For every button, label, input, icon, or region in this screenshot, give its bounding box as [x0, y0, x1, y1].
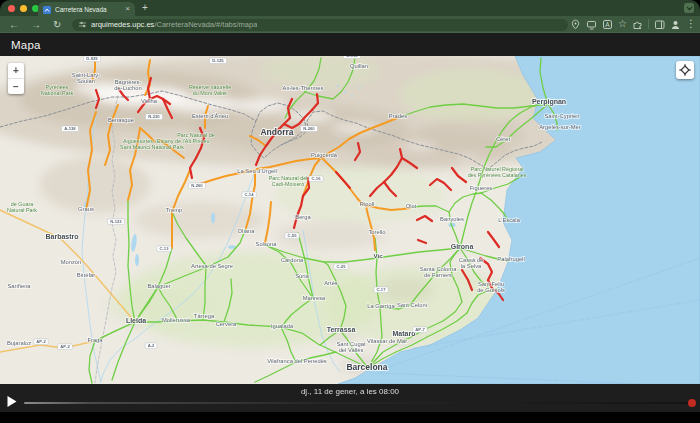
svg-text:Artesa de Segre: Artesa de Segre	[191, 263, 233, 269]
bookmark-star-icon[interactable]: ☆	[618, 19, 627, 29]
timeline-slider-thumb[interactable]	[688, 399, 696, 407]
svg-text:Parc Natural delCadí-Moixeró: Parc Natural delCadí-Moixeró	[269, 175, 308, 187]
svg-text:Sant Cugatdel Vallès: Sant Cugatdel Vallès	[336, 341, 365, 353]
svg-text:Réserve naturelledu Mont Valie: Réserve naturelledu Mont Valier	[189, 84, 231, 96]
browser-toolbar: ← → ↻ arquimedes.upc.es/CarreteraNevada/…	[0, 16, 700, 33]
svg-text:Manresa: Manresa	[303, 295, 326, 301]
svg-text:Ripoll: Ripoll	[360, 201, 375, 207]
svg-text:C-25: C-25	[336, 264, 346, 269]
locate-me-button[interactable]	[676, 61, 694, 79]
play-icon	[8, 396, 17, 407]
svg-text:A-2: A-2	[148, 343, 155, 348]
svg-text:L'Escala: L'Escala	[498, 217, 521, 223]
svg-text:Oliana: Oliana	[238, 228, 256, 234]
back-button[interactable]: ←	[9, 19, 19, 30]
svg-text:Vielha: Vielha	[141, 98, 158, 104]
svg-text:N-123: N-123	[110, 219, 122, 224]
timeline-bar: dj., 11 de gener, a les 08:00	[0, 384, 700, 412]
svg-text:A-138: A-138	[64, 126, 76, 131]
svg-text:Bujaraloz: Bujaraloz	[7, 340, 31, 346]
site-settings-icon[interactable]	[78, 20, 87, 29]
svg-text:Fraga: Fraga	[87, 337, 103, 343]
svg-text:Quillan: Quillan	[350, 63, 368, 69]
send-to-device-icon[interactable]	[586, 19, 597, 30]
svg-text:Figueres: Figueres	[470, 185, 493, 191]
forward-button[interactable]: →	[31, 19, 41, 30]
svg-text:Parc Naturel Régionaldes Pyrén: Parc Naturel Régionaldes Pyrénées Catala…	[468, 166, 527, 178]
zoom-out-button[interactable]: −	[8, 78, 24, 94]
app-header: Mapa	[0, 33, 700, 56]
play-button[interactable]	[7, 396, 18, 407]
svg-text:Cardona: Cardona	[281, 257, 304, 263]
svg-text:Puigcerdà: Puigcerdà	[311, 152, 338, 158]
extensions-puzzle-icon[interactable]	[632, 19, 643, 30]
svg-text:N-260: N-260	[303, 126, 315, 131]
svg-text:Bagnères-de-Luchon: Bagnères-de-Luchon	[114, 79, 141, 91]
svg-text:Saint-Cyprien: Saint-Cyprien	[544, 113, 579, 119]
svg-text:Argelès-sur-Mer: Argelès-sur-Mer	[539, 124, 581, 130]
timeline-current-time: dj., 11 de gener, a les 08:00	[0, 387, 700, 396]
toolbar-actions: A ☆ ⋮	[570, 16, 696, 32]
translate-icon[interactable]: A	[602, 19, 613, 30]
svg-text:Graus: Graus	[78, 206, 94, 212]
browser-tab[interactable]: Carretera Nevada ×	[38, 2, 135, 16]
url-text: arquimedes.upc.es/CarreteraNevada/#/tabs…	[91, 20, 257, 29]
svg-text:Monzón: Monzón	[61, 259, 82, 265]
svg-text:Barcelona: Barcelona	[346, 362, 387, 372]
tab-close-icon[interactable]: ×	[125, 5, 130, 13]
svg-text:Mollerussa: Mollerussa	[162, 317, 191, 323]
map-canvas[interactable]: AndorraBarcelonaLleidaGironaPerpignanTer…	[0, 56, 700, 384]
reload-button[interactable]: ↻	[53, 19, 61, 30]
svg-text:C-17: C-17	[376, 287, 386, 292]
page-title: Mapa	[11, 39, 41, 51]
side-panel-icon[interactable]	[654, 19, 665, 30]
close-window-button[interactable]	[8, 5, 15, 12]
map-zoom-control: + −	[8, 63, 24, 94]
svg-text:C-14: C-14	[244, 192, 254, 197]
svg-text:Mataró: Mataró	[393, 330, 416, 337]
svg-text:Vilafranca del Penedès: Vilafranca del Penedès	[267, 358, 327, 364]
svg-text:Sariñena: Sariñena	[7, 283, 31, 289]
svg-text:Vic: Vic	[373, 252, 383, 259]
svg-text:Igualada: Igualada	[271, 323, 294, 329]
svg-text:Banyoles: Banyoles	[440, 216, 464, 222]
new-tab-button[interactable]: +	[142, 2, 148, 13]
svg-text:Cervera: Cervera	[216, 321, 237, 327]
svg-text:Terrassa: Terrassa	[327, 326, 356, 333]
svg-text:C-55: C-55	[287, 233, 297, 238]
svg-text:Olot: Olot	[406, 203, 417, 209]
svg-text:Berga: Berga	[295, 214, 311, 220]
svg-text:Sant Celoni: Sant Celoni	[397, 302, 427, 308]
location-pin-icon[interactable]	[570, 19, 581, 30]
timeline-slider[interactable]	[24, 402, 692, 404]
svg-text:A: A	[605, 21, 610, 28]
tab-strip: Carretera Nevada × +	[0, 0, 700, 16]
minimize-window-button[interactable]	[20, 5, 27, 12]
map[interactable]: AndorraBarcelonaLleidaGironaPerpignanTer…	[0, 56, 700, 384]
svg-text:N-260: N-260	[191, 183, 203, 188]
locate-crosshair-icon	[679, 64, 691, 76]
svg-text:Balaguer: Balaguer	[147, 283, 170, 289]
svg-text:Torelló: Torelló	[368, 229, 385, 235]
svg-text:Céret: Céret	[496, 136, 511, 142]
zoom-in-button[interactable]: +	[8, 63, 24, 78]
svg-text:Girona: Girona	[451, 243, 474, 250]
profile-avatar-icon[interactable]	[670, 19, 681, 30]
svg-text:Perpignan: Perpignan	[532, 98, 566, 106]
tab-search-chevron-button[interactable]	[684, 3, 694, 13]
svg-text:Cassà dela Selva: Cassà dela Selva	[459, 257, 484, 269]
chevron-down-icon	[686, 5, 693, 12]
svg-text:Tàrrega: Tàrrega	[194, 313, 215, 319]
svg-text:Barbastro: Barbastro	[45, 233, 78, 240]
svg-text:AP-2: AP-2	[60, 344, 70, 349]
browser-menu-kebab-icon[interactable]: ⋮	[686, 19, 696, 29]
address-bar[interactable]: arquimedes.upc.es/CarreteraNevada/#/tabs…	[72, 19, 568, 31]
svg-text:D-118: D-118	[346, 56, 358, 58]
toolbar-divider	[648, 19, 649, 29]
svg-text:La Seu d'Urgell: La Seu d'Urgell	[237, 168, 276, 174]
browser-window: Carretera Nevada × + ← → ↻ arquimedes.up…	[0, 0, 700, 412]
svg-text:Lleida: Lleida	[126, 317, 146, 324]
svg-text:Artés: Artés	[324, 280, 338, 286]
svg-text:AP-7: AP-7	[415, 327, 425, 332]
macos-window-controls[interactable]	[8, 5, 39, 12]
